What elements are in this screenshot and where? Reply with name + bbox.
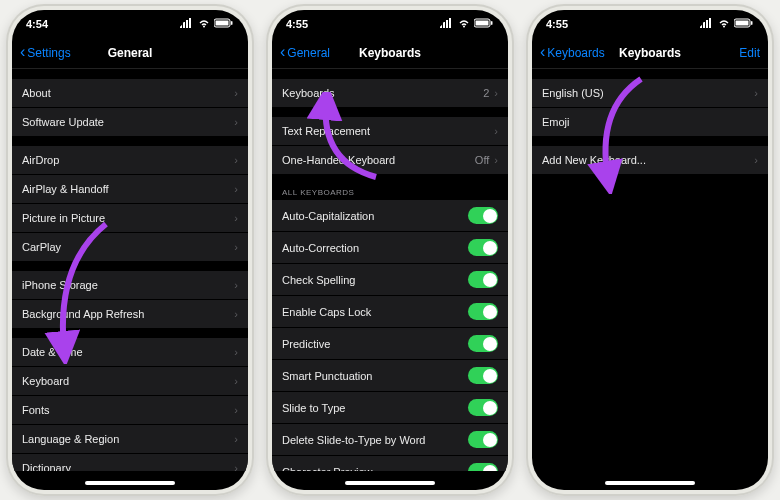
- settings-row[interactable]: Keyboard›: [12, 367, 248, 396]
- toggle-switch[interactable]: [468, 463, 498, 471]
- settings-row[interactable]: Slide to Type: [272, 392, 508, 424]
- svg-rect-1: [183, 22, 185, 28]
- settings-row[interactable]: CarPlay›: [12, 233, 248, 261]
- settings-row[interactable]: Enable Caps Lock: [272, 296, 508, 328]
- phone-keyboards-settings: 4:55 ‹ General Keyboards Keyboards2›Text…: [266, 4, 514, 496]
- row-label: iPhone Storage: [22, 279, 98, 291]
- nav-bar: ‹ General Keyboards: [272, 38, 508, 69]
- row-label: Predictive: [282, 338, 330, 350]
- settings-row[interactable]: About›: [12, 79, 248, 108]
- wifi-icon: [717, 18, 731, 30]
- wifi-icon: [197, 18, 211, 30]
- chevron-right-icon: ›: [754, 154, 758, 166]
- settings-row[interactable]: Background App Refresh›: [12, 300, 248, 328]
- row-label: About: [22, 87, 51, 99]
- settings-list[interactable]: About›Software Update›AirDrop›AirPlay & …: [12, 69, 248, 471]
- svg-rect-19: [709, 18, 711, 28]
- settings-row[interactable]: Check Spelling: [272, 264, 508, 296]
- settings-row[interactable]: Character Preview: [272, 456, 508, 471]
- settings-row[interactable]: English (US)›: [532, 79, 768, 108]
- settings-row[interactable]: Software Update›: [12, 108, 248, 136]
- settings-row[interactable]: iPhone Storage›: [12, 271, 248, 300]
- svg-rect-6: [216, 21, 229, 26]
- battery-icon: [734, 18, 754, 30]
- toggle-switch[interactable]: [468, 303, 498, 320]
- settings-row[interactable]: One-Handed KeyboardOff›: [272, 146, 508, 174]
- toggle-switch[interactable]: [468, 335, 498, 352]
- row-label: Auto-Capitalization: [282, 210, 374, 222]
- notch: [335, 10, 445, 30]
- svg-rect-18: [706, 20, 708, 28]
- chevron-right-icon: ›: [234, 279, 238, 291]
- settings-list[interactable]: Keyboards2›Text Replacement›One-Handed K…: [272, 69, 508, 471]
- chevron-right-icon: ›: [494, 87, 498, 99]
- svg-point-20: [723, 26, 725, 28]
- settings-row[interactable]: Auto-Capitalization: [272, 200, 508, 232]
- back-button[interactable]: ‹ Settings: [20, 46, 71, 60]
- status-time: 4:54: [26, 18, 48, 30]
- edit-button[interactable]: Edit: [739, 46, 760, 60]
- toggle-switch[interactable]: [468, 207, 498, 224]
- chevron-right-icon: ›: [234, 308, 238, 320]
- toggle-switch[interactable]: [468, 399, 498, 416]
- back-button[interactable]: ‹ Keyboards: [540, 46, 605, 60]
- home-indicator[interactable]: [85, 481, 175, 485]
- status-time: 4:55: [546, 18, 568, 30]
- chevron-right-icon: ›: [494, 125, 498, 137]
- settings-group: iPhone Storage›Background App Refresh›: [12, 271, 248, 328]
- svg-rect-9: [443, 22, 445, 28]
- chevron-right-icon: ›: [234, 375, 238, 387]
- row-label: Add New Keyboard...: [542, 154, 646, 166]
- phone-keyboards-list: 4:55 ‹ Keyboards Keyboards Edit English …: [526, 4, 774, 496]
- home-indicator[interactable]: [605, 481, 695, 485]
- svg-rect-14: [476, 21, 489, 26]
- settings-group: ALL KEYBOARDSAuto-CapitalizationAuto-Cor…: [272, 184, 508, 471]
- settings-row[interactable]: Text Replacement›: [272, 117, 508, 146]
- settings-group: AirDrop›AirPlay & Handoff›Picture in Pic…: [12, 146, 248, 261]
- back-button[interactable]: ‹ General: [280, 46, 330, 60]
- row-label: Keyboard: [22, 375, 69, 387]
- toggle-switch[interactable]: [468, 367, 498, 384]
- settings-row[interactable]: AirDrop›: [12, 146, 248, 175]
- settings-group: English (US)›Emoji: [532, 79, 768, 136]
- group-header: ALL KEYBOARDS: [272, 184, 508, 200]
- settings-list[interactable]: English (US)›EmojiAdd New Keyboard...›: [532, 69, 768, 471]
- settings-row[interactable]: Dictionary›: [12, 454, 248, 471]
- settings-row[interactable]: Delete Slide-to-Type by Word: [272, 424, 508, 456]
- chevron-right-icon: ›: [234, 433, 238, 445]
- settings-row[interactable]: Add New Keyboard...›: [532, 146, 768, 174]
- settings-group: Text Replacement›One-Handed KeyboardOff›: [272, 117, 508, 174]
- toggle-switch[interactable]: [468, 239, 498, 256]
- chevron-right-icon: ›: [754, 87, 758, 99]
- settings-row[interactable]: Language & Region›: [12, 425, 248, 454]
- row-label: Slide to Type: [282, 402, 345, 414]
- row-label: Enable Caps Lock: [282, 306, 371, 318]
- chevron-right-icon: ›: [234, 346, 238, 358]
- settings-row[interactable]: Date & Time›: [12, 338, 248, 367]
- row-label: Text Replacement: [282, 125, 370, 137]
- svg-rect-10: [446, 20, 448, 28]
- chevron-right-icon: ›: [494, 154, 498, 166]
- battery-icon: [214, 18, 234, 30]
- back-label: General: [287, 46, 330, 60]
- settings-row[interactable]: Fonts›: [12, 396, 248, 425]
- row-label: One-Handed Keyboard: [282, 154, 395, 166]
- settings-row[interactable]: AirPlay & Handoff›: [12, 175, 248, 204]
- settings-row[interactable]: Predictive: [272, 328, 508, 360]
- row-label: Picture in Picture: [22, 212, 105, 224]
- settings-row[interactable]: Emoji: [532, 108, 768, 136]
- toggle-switch[interactable]: [468, 431, 498, 448]
- settings-group: About›Software Update›: [12, 79, 248, 136]
- settings-row[interactable]: Auto-Correction: [272, 232, 508, 264]
- row-label: Check Spelling: [282, 274, 355, 286]
- chevron-left-icon: ‹: [540, 44, 545, 60]
- back-label: Keyboards: [547, 46, 604, 60]
- toggle-switch[interactable]: [468, 271, 498, 288]
- home-indicator[interactable]: [345, 481, 435, 485]
- row-label: Date & Time: [22, 346, 83, 358]
- settings-row[interactable]: Smart Punctuation: [272, 360, 508, 392]
- settings-row[interactable]: Picture in Picture›: [12, 204, 248, 233]
- settings-row[interactable]: Keyboards2›: [272, 79, 508, 107]
- chevron-right-icon: ›: [234, 462, 238, 471]
- row-label: AirDrop: [22, 154, 59, 166]
